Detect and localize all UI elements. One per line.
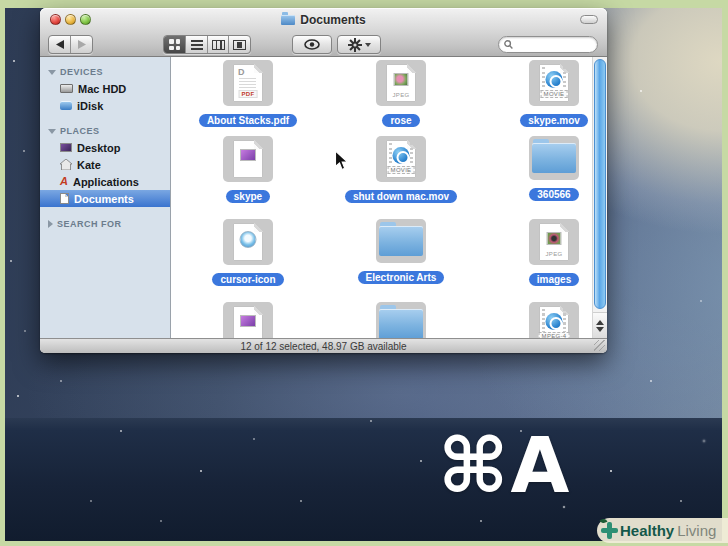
quick-look-button[interactable] — [292, 35, 332, 54]
forward-arrow-icon — [78, 40, 86, 49]
search-input[interactable] — [516, 39, 586, 50]
column-view-button[interactable] — [207, 36, 229, 53]
file-name-label: skype.mov — [520, 114, 588, 127]
file-grid: D PDF About Stacks.pdf JPEG rose — [171, 57, 607, 338]
sidebar-item-desktop[interactable]: Desktop — [40, 139, 170, 156]
jpeg-file-icon: JPEG — [539, 223, 569, 261]
eye-icon — [304, 39, 320, 50]
file-name-label: cursor-icon — [212, 273, 283, 286]
home-icon — [60, 159, 72, 170]
file-type-badge: JPEG — [393, 92, 410, 98]
back-button[interactable] — [49, 36, 70, 53]
watermark-text-bold: Healthy — [620, 522, 674, 539]
watermark-text-light: Living — [677, 522, 716, 539]
file-mpeg4-clipped[interactable]: MPEG-4 — [489, 302, 607, 338]
icon-view-button[interactable] — [164, 36, 185, 53]
file-image-clipped[interactable] — [183, 302, 313, 338]
watermark-badge: Healthy Living — [597, 518, 728, 543]
file-shut-down-mac-mov[interactable]: MOVIE shut down mac.mov — [336, 136, 466, 204]
file-rose[interactable]: JPEG rose — [336, 60, 466, 128]
scrollbar-thumb[interactable] — [594, 59, 606, 309]
image-file-icon — [233, 140, 263, 178]
file-skype-mov[interactable]: MOVIE skype.mov — [489, 60, 607, 128]
sidebar-item-documents[interactable]: Documents — [40, 190, 170, 207]
disclosure-triangle-collapsed-icon[interactable] — [48, 220, 53, 228]
forward-button[interactable] — [70, 36, 92, 53]
file-skype[interactable]: skype — [183, 136, 313, 204]
file-name-label: About Stacks.pdf — [199, 114, 297, 127]
toolbar-toggle-button[interactable] — [580, 15, 598, 24]
sidebar-section-places[interactable]: PLACES — [40, 123, 170, 139]
quicktime-logo-icon — [546, 313, 563, 330]
image-file-icon — [233, 223, 263, 261]
file-cursor-icon[interactable]: cursor-icon — [183, 219, 313, 287]
selection-highlight — [529, 136, 579, 180]
text-lines — [239, 78, 256, 89]
quicktime-logo-icon — [546, 71, 563, 88]
dropdown-arrow-icon — [365, 43, 371, 47]
quicktime-file-icon: MOVIE — [386, 140, 416, 178]
title-bar[interactable]: Documents — [40, 12, 607, 27]
folder-icon — [281, 15, 295, 25]
scrollbar-arrows — [593, 312, 607, 338]
sidebar-item-home[interactable]: Kate — [40, 156, 170, 173]
sidebar-section-devices[interactable]: DEVICES — [40, 64, 170, 80]
action-menu-button[interactable] — [337, 35, 381, 54]
sidebar-item-idisk[interactable]: iDisk — [40, 97, 170, 114]
sidebar: DEVICES Mac HDD iDisk PLACES Desktop — [40, 57, 171, 338]
sidebar-section-search-for[interactable]: SEARCH FOR — [40, 216, 170, 232]
folder-icon — [379, 226, 423, 256]
status-text: 12 of 12 selected, 48.97 GB available — [240, 341, 406, 352]
image-thumbnail — [240, 149, 256, 161]
file-name-label: images — [529, 273, 579, 286]
quicktime-logo-icon — [393, 147, 410, 164]
section-label: DEVICES — [60, 67, 103, 77]
sidebar-item-label: Documents — [74, 193, 134, 205]
file-name-label: Electronic Arts — [358, 271, 445, 284]
list-view-button[interactable] — [185, 36, 207, 53]
window-title: Documents — [300, 13, 365, 27]
folder-360566[interactable]: 360566 — [489, 136, 607, 202]
pdf-file-icon: D PDF — [233, 64, 263, 102]
folder-clipped[interactable] — [336, 302, 466, 338]
coverflow-view-icon — [233, 40, 246, 50]
coverflow-view-button[interactable] — [228, 36, 250, 53]
compass-thumbnail — [240, 231, 257, 248]
selection-highlight — [376, 219, 426, 263]
sidebar-item-mac-hdd[interactable]: Mac HDD — [40, 80, 170, 97]
hard-drive-icon — [60, 84, 73, 93]
disclosure-triangle-icon[interactable] — [48, 129, 56, 134]
file-name-label: rose — [382, 114, 419, 127]
applications-icon: A — [60, 176, 68, 187]
selection-highlight: JPEG — [376, 60, 426, 106]
selection-highlight: JPEG — [529, 219, 579, 265]
selection-highlight — [223, 219, 273, 265]
file-name-label: skype — [226, 190, 270, 203]
scroll-up-arrow-icon[interactable] — [596, 320, 604, 325]
search-field[interactable] — [498, 36, 598, 53]
file-about-stacks-pdf[interactable]: D PDF About Stacks.pdf — [183, 60, 313, 128]
document-icon — [60, 193, 69, 204]
vertical-scrollbar[interactable] — [592, 57, 607, 338]
file-name-label: shut down mac.mov — [345, 190, 457, 203]
file-images[interactable]: JPEG images — [489, 219, 607, 287]
sidebar-item-applications[interactable]: A Applications — [40, 173, 170, 190]
sidebar-item-label: iDisk — [77, 100, 103, 112]
scroll-down-arrow-icon[interactable] — [596, 327, 604, 332]
list-view-icon — [191, 40, 203, 50]
section-label: PLACES — [60, 126, 100, 136]
folder-electronic-arts[interactable]: Electronic Arts — [336, 219, 466, 285]
sidebar-item-label: Kate — [77, 159, 101, 171]
search-icon — [504, 40, 513, 49]
disclosure-triangle-icon[interactable] — [48, 70, 56, 75]
navigation-buttons — [48, 35, 93, 54]
file-type-badge: MOVIE — [541, 90, 568, 98]
selection-highlight: D PDF — [223, 60, 273, 106]
desktop-icon — [60, 143, 72, 152]
image-thumbnail — [240, 315, 256, 327]
sidebar-item-label: Mac HDD — [78, 83, 126, 95]
resize-grip[interactable] — [594, 340, 605, 351]
video-frame: Documents — [0, 0, 728, 546]
selection-highlight: MOVIE — [376, 136, 426, 182]
icon-view-icon — [169, 39, 180, 50]
